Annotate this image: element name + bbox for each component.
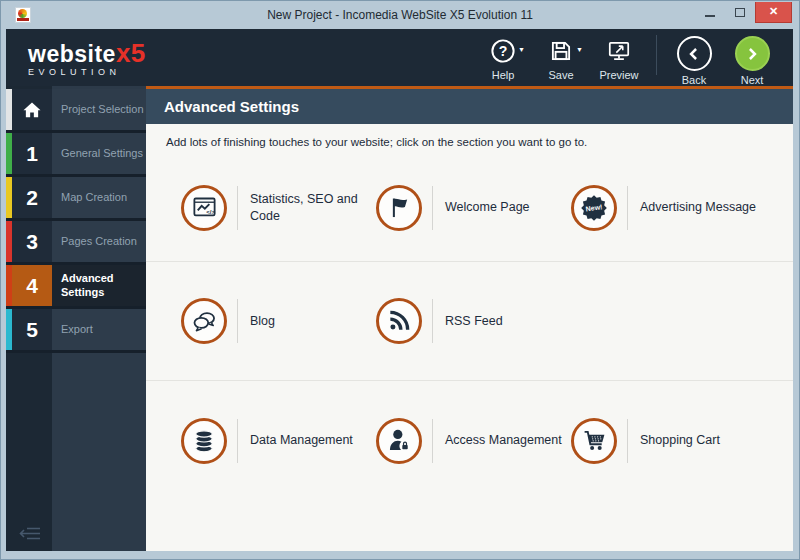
help-dropdown-caret[interactable]: ▼ <box>518 46 525 53</box>
preview-button[interactable]: Preview <box>590 29 648 81</box>
close-button[interactable]: ✕ <box>755 2 792 23</box>
minimize-button[interactable] <box>695 1 725 23</box>
advertising-message-icon: New! <box>571 185 617 231</box>
home-icon <box>21 99 43 121</box>
svg-text:</>: </> <box>206 209 215 215</box>
titlebar: New Project - Incomedia WebSite X5 Evolu… <box>1 1 799 29</box>
sidebar-item-pages-creation[interactable]: 3 Pages Creation <box>6 221 146 262</box>
minimize-icon <box>705 15 715 17</box>
sidebar-item-map-creation[interactable]: 2 Map Creation <box>6 177 146 218</box>
main-panel: Advanced Settings Add lots of finishing … <box>146 86 793 551</box>
rss-feed-icon <box>376 298 422 344</box>
save-dropdown-caret[interactable]: ▼ <box>576 46 583 53</box>
toolbar-separator <box>656 35 657 75</box>
step-number: 4 <box>12 265 52 306</box>
next-icon <box>735 35 770 72</box>
feature-access-management[interactable]: Access Management <box>376 418 571 464</box>
save-icon: ▼ <box>548 35 574 67</box>
collapse-sidebar-button[interactable] <box>18 526 42 541</box>
step-number: 2 <box>12 177 52 218</box>
step-number: 5 <box>12 309 52 350</box>
shopping-cart-icon <box>571 418 617 464</box>
data-management-icon <box>181 418 227 464</box>
sidebar-item-label: Advanced Settings <box>52 265 146 306</box>
preview-icon <box>605 35 633 67</box>
next-button[interactable]: Next <box>723 29 781 86</box>
toolbar: websitex5 EVOLUTION ? ▼ Help <box>6 29 793 86</box>
feature-rss-feed[interactable]: RSS Feed <box>376 298 571 344</box>
brand-name: website <box>28 41 116 67</box>
access-management-icon <box>376 418 422 464</box>
brand-edition: EVOLUTION <box>28 68 146 77</box>
back-icon <box>677 35 712 72</box>
maximize-icon <box>735 8 745 17</box>
sidebar-item-project-selection[interactable]: Project Selection <box>6 89 146 130</box>
blog-icon <box>181 298 227 344</box>
brand-logo: websitex5 EVOLUTION <box>28 40 146 77</box>
save-button[interactable]: ▼ Save <box>532 29 590 81</box>
feature-data-management[interactable]: Data Management <box>181 418 376 464</box>
svg-text:?: ? <box>499 43 508 59</box>
sidebar-item-label: Export <box>52 309 146 350</box>
welcome-page-icon <box>376 185 422 231</box>
sidebar-item-label: Project Selection <box>52 89 146 130</box>
help-icon: ? ▼ <box>490 35 516 67</box>
page-description: Add lots of finishing touches to your we… <box>146 124 793 154</box>
step-number: 1 <box>12 133 52 174</box>
feature-shopping-cart[interactable]: Shopping Cart <box>571 418 766 464</box>
help-button[interactable]: ? ▼ Help <box>474 29 532 81</box>
sidebar-item-label: Pages Creation <box>52 221 146 262</box>
feature-statistics-seo-code[interactable]: </> Statistics, SEO and Code <box>181 185 376 231</box>
maximize-button[interactable] <box>725 1 755 23</box>
feature-welcome-page[interactable]: Welcome Page <box>376 185 571 231</box>
collapse-sidebar-icon <box>18 526 42 541</box>
page-title: Advanced Settings <box>146 89 793 124</box>
statistics-seo-code-icon: </> <box>181 185 227 231</box>
app-window: New Project - Incomedia WebSite X5 Evolu… <box>0 0 800 560</box>
sidebar-item-general-settings[interactable]: 1 General Settings <box>6 133 146 174</box>
sidebar-item-advanced-settings[interactable]: 4 Advanced Settings <box>6 265 146 306</box>
sidebar-item-export[interactable]: 5 Export <box>6 309 146 350</box>
sidebar-item-label: General Settings <box>52 133 146 174</box>
close-icon: ✕ <box>769 5 778 18</box>
steps-sidebar: Project Selection 1 General Settings 2 M… <box>6 86 146 551</box>
feature-advertising-message[interactable]: New! Advertising Message <box>571 185 766 231</box>
back-button[interactable]: Back <box>665 29 723 86</box>
step-number: 3 <box>12 221 52 262</box>
window-title: New Project - Incomedia WebSite X5 Evolu… <box>1 8 799 22</box>
brand-x5: x5 <box>116 38 146 68</box>
feature-blog[interactable]: Blog <box>181 298 376 344</box>
sidebar-item-label: Map Creation <box>52 177 146 218</box>
